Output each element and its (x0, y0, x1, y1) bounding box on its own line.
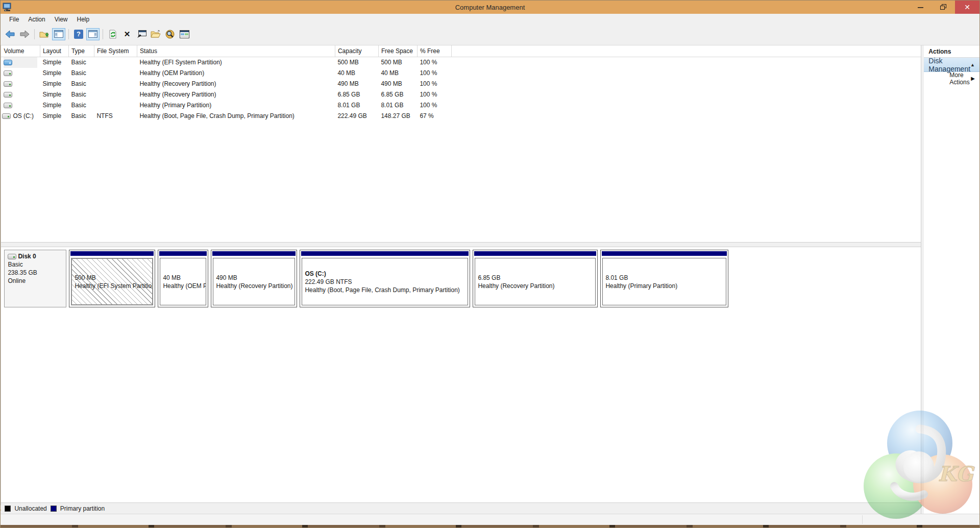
legend-label: Primary partition (60, 505, 105, 512)
restore-button[interactable] (932, 1, 955, 14)
volume-icon (4, 81, 12, 87)
magnifier-icon (165, 30, 175, 39)
partition-primary-801gb[interactable]: 8.01 GB Healthy (Primary Partition) (600, 250, 728, 307)
actions-panel: Actions Disk Management ▲ More Actions ▶ (924, 45, 979, 514)
volume-list-pane: Volume Layout Type File System Status Ca… (1, 45, 921, 243)
partition-body: 490 MB Healthy (Recovery Partition) (213, 258, 295, 305)
help-topics-icon (180, 30, 189, 38)
partition-body-selected: 500 MB Healthy (EFI System Partition) (71, 258, 153, 305)
column-header-file-system[interactable]: File System (94, 45, 137, 57)
collapse-icon[interactable]: ▲ (970, 62, 975, 67)
console-tree-icon (54, 30, 63, 38)
toolbar: ? ✕ (1, 25, 979, 45)
partition-recovery-685gb[interactable]: 6.85 GB Healthy (Recovery Partition) (473, 250, 598, 307)
primary-partition-bar (159, 251, 207, 256)
column-header-free-space[interactable]: Free Space (378, 45, 417, 57)
column-header-type[interactable]: Type (68, 45, 94, 57)
forward-icon (19, 30, 30, 38)
volume-icon (4, 70, 12, 76)
back-button[interactable] (4, 28, 17, 40)
table-row[interactable]: SimpleBasic Healthy (Primary Partition) … (1, 100, 921, 111)
disk-status: Online (8, 277, 63, 285)
partition-body: OS (C:) 222.49 GB NTFS Healthy (Boot, Pa… (302, 258, 468, 305)
close-button[interactable]: ✕ (955, 1, 979, 14)
more-actions-item[interactable]: More Actions ▶ (924, 72, 979, 85)
center-pane: Volume Layout Type File System Status Ca… (1, 45, 921, 514)
help-topics-button[interactable] (178, 28, 191, 40)
explore-button[interactable] (163, 28, 177, 40)
minimize-button[interactable] (909, 1, 932, 14)
partition-efi[interactable]: 500 MB Healthy (EFI System Partition) (69, 250, 155, 307)
actions-group-disk-management[interactable]: Disk Management ▲ (924, 58, 979, 72)
disk-size: 238.35 GB (8, 269, 63, 277)
computer-management-window: Computer Management ✕ File Action View H… (0, 0, 980, 528)
title-bar: Computer Management ✕ (1, 1, 979, 14)
help-button[interactable]: ? (72, 28, 85, 40)
unallocated-swatch (5, 506, 11, 512)
show-action-pane-button[interactable] (86, 28, 100, 40)
table-header-row: Volume Layout Type File System Status Ca… (1, 45, 921, 57)
delete-icon: ✕ (124, 30, 131, 39)
column-header-volume[interactable]: Volume (1, 45, 40, 57)
partition-body: 40 MB Healthy (OEM Partition) (160, 258, 206, 305)
disk-0-info-box[interactable]: Disk 0 Basic 238.35 GB Online (4, 250, 66, 307)
table-row[interactable]: SimpleBasic Healthy (OEM Partition) 40 M… (1, 68, 921, 79)
table-row[interactable]: SimpleBasic Healthy (EFI System Partitio… (1, 57, 921, 68)
status-bar (1, 514, 979, 525)
partition-os-c[interactable]: OS (C:) 222.49 GB NTFS Healthy (Boot, Pa… (300, 250, 470, 307)
disk-name: Disk 0 (18, 252, 36, 260)
taskbar-edge-strip (1, 525, 979, 527)
primary-partition-bar (601, 251, 727, 256)
volume-icon (2, 113, 11, 119)
toolbar-separator (68, 29, 69, 39)
refresh-button[interactable] (106, 28, 119, 40)
forward-button[interactable] (18, 28, 31, 40)
toolbar-separator (34, 29, 35, 39)
legend-label: Unallocated (14, 505, 46, 512)
action-pane-icon (88, 30, 97, 38)
toolbar-separator (103, 29, 103, 39)
column-header-pct-free[interactable]: % Free (417, 45, 451, 57)
volume-icon (4, 103, 12, 108)
partition-oem[interactable]: 40 MB Healthy (OEM Partition) (158, 250, 208, 307)
up-one-level-icon (39, 30, 50, 38)
primary-partition-swatch (51, 506, 57, 512)
window-title: Computer Management (1, 4, 979, 11)
partition-recovery-490mb[interactable]: 490 MB Healthy (Recovery Partition) (211, 250, 297, 307)
table-row[interactable]: OS (C:) SimpleBasic NTFSHealthy (Boot, P… (1, 111, 921, 122)
table-row[interactable]: SimpleBasic Healthy (Recovery Partition)… (1, 89, 921, 100)
menu-help[interactable]: Help (72, 14, 94, 25)
table-row[interactable]: SimpleBasic Healthy (Recovery Partition)… (1, 79, 921, 89)
status-bar-divider (862, 515, 863, 524)
menu-file[interactable]: File (5, 14, 23, 25)
volume-icon (4, 92, 12, 98)
pane-splitter[interactable] (1, 243, 921, 247)
open-folder-icon (151, 30, 161, 38)
menu-bar: File Action View Help (1, 14, 979, 25)
disk-graphical-pane: Disk 0 Basic 238.35 GB Online 500 MB Hea… (1, 247, 921, 514)
volume-table: Volume Layout Type File System Status Ca… (1, 45, 921, 122)
back-icon (5, 30, 15, 38)
partition-body: 8.01 GB Healthy (Primary Partition) (602, 258, 726, 305)
properties-button[interactable] (135, 28, 148, 40)
column-header-layout[interactable]: Layout (40, 45, 68, 57)
show-console-tree-button[interactable] (52, 28, 65, 40)
close-icon: ✕ (964, 3, 970, 11)
primary-partition-bar (70, 251, 154, 256)
menu-view[interactable]: View (50, 14, 72, 25)
partition-body: 6.85 GB Healthy (Recovery Partition) (475, 258, 596, 305)
column-header-capacity[interactable]: Capacity (335, 45, 378, 57)
refresh-icon (109, 30, 117, 39)
up-one-level-button[interactable] (38, 28, 51, 40)
menu-action[interactable]: Action (23, 14, 50, 25)
actions-header: Actions (924, 45, 979, 58)
primary-partition-bar (474, 251, 597, 256)
submenu-arrow-icon: ▶ (971, 76, 975, 81)
primary-partition-bar (301, 251, 469, 256)
column-header-status[interactable]: Status (137, 45, 335, 57)
legend-bar: Unallocated Primary partition (1, 502, 921, 514)
open-button[interactable] (149, 28, 162, 40)
disk-type: Basic (8, 260, 63, 269)
properties-icon (137, 30, 146, 38)
delete-button[interactable]: ✕ (120, 28, 134, 40)
